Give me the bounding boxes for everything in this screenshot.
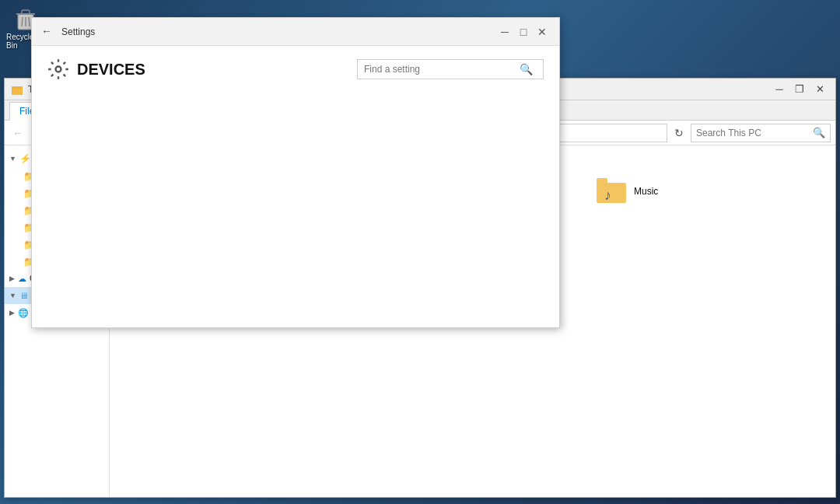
- svg-rect-5: [12, 86, 23, 95]
- settings-title-text: Settings: [61, 26, 95, 37]
- settings-search-box[interactable]: 🔍: [357, 59, 544, 79]
- network-chevron: ▶: [9, 309, 15, 317]
- svg-rect-19: [597, 178, 607, 184]
- settings-titlebar-controls: ─ □ ✕: [497, 24, 550, 40]
- thispc-icon: 🖥: [19, 291, 28, 300]
- gear-icon: [47, 58, 69, 80]
- settings-back-button[interactable]: ←: [41, 25, 55, 39]
- explorer-restore-button[interactable]: ❐: [790, 82, 809, 97]
- settings-content: DEVICES 🔍: [32, 46, 559, 93]
- onedrive-chevron: ▶: [9, 275, 15, 282]
- music-folder-label: Music: [634, 186, 658, 197]
- refresh-button[interactable]: ↻: [670, 124, 688, 142]
- thispc-chevron: ▼: [9, 292, 16, 299]
- music-folder-svg: ♪: [597, 178, 628, 205]
- settings-minimize-button[interactable]: ─: [497, 24, 513, 40]
- settings-maximize-button[interactable]: □: [516, 24, 531, 40]
- quick-access-chevron: ▼: [9, 155, 16, 163]
- folder-item-music[interactable]: ♪ Music: [590, 173, 738, 210]
- onedrive-icon: ☁: [18, 274, 26, 284]
- search-box[interactable]: 🔍: [691, 124, 831, 142]
- svg-text:♪: ♪: [604, 187, 611, 203]
- settings-close-button[interactable]: ✕: [534, 24, 550, 40]
- settings-window: ← Settings ─ □ ✕ DEVICES 🔍: [31, 17, 560, 328]
- explorer-titlebar-controls: ─ ❐ ✕: [770, 82, 829, 97]
- settings-titlebar: ← Settings ─ □ ✕: [32, 18, 559, 46]
- settings-devices-title: DEVICES: [47, 58, 145, 80]
- back-button[interactable]: ←: [9, 124, 26, 142]
- explorer-minimize-button[interactable]: ─: [770, 82, 789, 97]
- svg-line-3: [29, 17, 30, 26]
- svg-line-1: [22, 17, 23, 26]
- settings-header-row: DEVICES 🔍: [47, 58, 544, 80]
- sidebar-item-label: ⚡: [19, 153, 31, 164]
- explorer-close-button[interactable]: ✕: [810, 82, 829, 97]
- network-icon: 🌐: [18, 308, 29, 318]
- svg-rect-18: [597, 183, 626, 203]
- search-input[interactable]: [696, 128, 813, 138]
- folder-titlebar-icon: [11, 83, 23, 96]
- settings-search-icon: 🔍: [520, 63, 533, 75]
- settings-search-input[interactable]: [364, 64, 520, 75]
- search-button[interactable]: 🔍: [813, 127, 825, 138]
- settings-titlebar-left: ← Settings: [41, 25, 95, 39]
- svg-point-4: [56, 67, 61, 72]
- music-folder-icon-wrap: ♪: [597, 177, 628, 205]
- settings-devices-label: DEVICES: [77, 61, 145, 79]
